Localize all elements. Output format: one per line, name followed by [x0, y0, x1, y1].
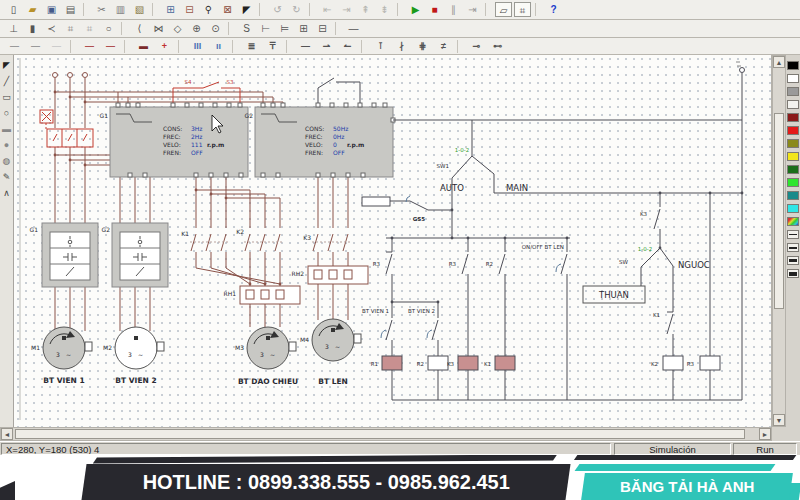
wire-style-red-icon[interactable]: —: [80, 39, 99, 54]
switch-tool-icon[interactable]: S: [238, 21, 255, 36]
contact-sym1-icon[interactable]: ⊺: [371, 39, 390, 54]
bracket-tool-icon[interactable]: ⟨: [131, 21, 148, 36]
palette-dark-red[interactable]: [787, 113, 799, 122]
contact-r3b-label[interactable]: R3: [449, 261, 457, 267]
lamp-tool-icon[interactable]: ○: [100, 21, 117, 36]
limit-tool-icon[interactable]: ⊢: [257, 21, 274, 36]
contact-sym2-icon[interactable]: ∤: [392, 39, 411, 54]
contact-r3a-label[interactable]: R3: [373, 261, 381, 267]
copy-icon[interactable]: ▥: [112, 2, 129, 17]
supply-tool-icon[interactable]: ⊥: [5, 21, 22, 36]
help-icon[interactable]: ?: [545, 2, 562, 17]
fill-tool-icon[interactable]: ◍: [0, 154, 13, 168]
thermal-relay-rh1[interactable]: [240, 286, 300, 304]
align-top-icon[interactable]: ⇞: [357, 2, 374, 17]
node-junction-icon[interactable]: +: [155, 39, 174, 54]
paste-icon[interactable]: ▧: [131, 2, 148, 17]
vfd-g1-block[interactable]: [110, 103, 248, 177]
wire-style-gray2-icon[interactable]: —: [26, 39, 45, 54]
cut-icon[interactable]: ✂: [93, 2, 110, 17]
palette-green[interactable]: [787, 178, 799, 187]
wire-style-red2-icon[interactable]: —: [101, 39, 120, 54]
fuse3-tool-icon[interactable]: ⌗: [62, 21, 79, 36]
align-bottom-icon[interactable]: ⇟: [376, 2, 393, 17]
starter-g1-block[interactable]: [42, 223, 98, 287]
simulate-play-icon[interactable]: ▶: [407, 2, 424, 17]
wire-arrow-left-icon[interactable]: ↼: [338, 39, 357, 54]
motor-m3[interactable]: [247, 327, 296, 369]
contact-r2-label[interactable]: R2: [486, 261, 493, 267]
redo-icon[interactable]: ↻: [288, 2, 305, 17]
relay-tool-icon[interactable]: ⊨: [276, 21, 293, 36]
schematic-canvas[interactable]: S4 S3: [14, 55, 772, 427]
contact-sym4-icon[interactable]: ≠: [434, 39, 453, 54]
fuse-tool-icon[interactable]: ⌗: [81, 21, 98, 36]
coil-tool-icon[interactable]: ⋈: [150, 21, 167, 36]
vfd-g2-block[interactable]: [255, 103, 395, 177]
save-icon[interactable]: ▣: [43, 2, 60, 17]
pointer-icon[interactable]: ◤: [238, 2, 255, 17]
bus-icon[interactable]: ≣: [242, 39, 261, 54]
battery-tool-icon[interactable]: ▮: [24, 21, 41, 36]
wire-style-gray-icon[interactable]: —: [5, 39, 24, 54]
circuit-diagram[interactable]: S4 S3: [14, 55, 772, 427]
label-tool-icon[interactable]: ⊟: [314, 21, 331, 36]
wire-style-light-icon[interactable]: —: [47, 39, 66, 54]
scroll-up-arrow-icon[interactable]: ▲: [773, 56, 785, 68]
wire-plain-icon[interactable]: —: [296, 39, 315, 54]
palette-yellow[interactable]: [787, 152, 799, 161]
zoom-icon[interactable]: ⚲: [200, 2, 217, 17]
palette-olive[interactable]: [787, 139, 799, 148]
gs5-label[interactable]: GS5: [413, 216, 425, 222]
motor-m1[interactable]: [43, 327, 92, 369]
filled-ellipse-tool-icon[interactable]: ●: [0, 138, 13, 152]
filled-rect-tool-icon[interactable]: ▬: [0, 122, 13, 136]
btv2-switch-label[interactable]: BT VIEN 2: [408, 308, 435, 314]
plc-tool-icon[interactable]: ⊞: [295, 21, 312, 36]
window-layout-icon[interactable]: ▱: [495, 2, 512, 17]
undo-icon[interactable]: ↺: [269, 2, 286, 17]
vertical-scrollbar[interactable]: ▲ ▼: [772, 55, 786, 427]
terminal-left-icon[interactable]: ⊸: [467, 39, 486, 54]
starter-g2-block[interactable]: [112, 223, 168, 287]
block-edit-icon[interactable]: ⊟: [181, 2, 198, 17]
onoff-bt-len-label[interactable]: ON/OFF BT LEN: [522, 244, 564, 250]
motor-m2[interactable]: [115, 327, 164, 369]
terminal-tool-icon[interactable]: ⊙: [207, 21, 224, 36]
palette-white[interactable]: [787, 74, 799, 83]
thermal-relay-rh2[interactable]: [308, 266, 368, 284]
scroll-right-arrow-icon[interactable]: ►: [759, 428, 771, 440]
palette-multicolor[interactable]: [787, 217, 799, 226]
three-phase-icon[interactable]: III: [188, 39, 207, 54]
stamp-icon[interactable]: ⊠: [219, 2, 236, 17]
line-tool-icon[interactable]: ╱: [0, 74, 13, 88]
vfd2-enable-switch[interactable]: [318, 78, 360, 103]
align-left-icon[interactable]: ⇤: [319, 2, 336, 17]
print-icon[interactable]: ▤: [62, 2, 79, 17]
palette-teal[interactable]: [787, 191, 799, 200]
contact-k1-label[interactable]: K1: [653, 312, 660, 318]
line-style-2[interactable]: [787, 243, 799, 252]
vertical-scroll-thumb[interactable]: [774, 113, 784, 309]
horizontal-scrollbar[interactable]: ◄ ►: [0, 427, 772, 441]
simulate-stop-icon[interactable]: ■: [426, 2, 443, 17]
brush-tool-icon[interactable]: ✎: [0, 170, 13, 184]
contact-k3-label[interactable]: K3: [640, 211, 648, 217]
two-phase-icon[interactable]: ıı: [209, 39, 228, 54]
palette-cyan[interactable]: [787, 204, 799, 213]
palette-dark-green[interactable]: [787, 165, 799, 174]
simulate-pause-icon[interactable]: ∥: [445, 2, 462, 17]
scroll-left-arrow-icon[interactable]: ◄: [1, 428, 13, 440]
open-folder-icon[interactable]: ▰: [24, 2, 41, 17]
palette-black[interactable]: [787, 61, 799, 70]
palette-gray[interactable]: [787, 87, 799, 96]
contact-tool-icon[interactable]: ≺: [43, 21, 60, 36]
monitor-icon[interactable]: ⌗: [514, 2, 531, 17]
wire-style-dark-icon[interactable]: ▬: [134, 39, 153, 54]
horizontal-scroll-thumb[interactable]: [15, 429, 745, 439]
block-library-icon[interactable]: ⊞: [162, 2, 179, 17]
line-style-4[interactable]: [787, 269, 799, 278]
select-tool-icon[interactable]: ◤: [0, 58, 13, 72]
btv1-switch-label[interactable]: BT VIEN 1: [362, 308, 389, 314]
sw1-label[interactable]: SW1: [437, 163, 449, 169]
